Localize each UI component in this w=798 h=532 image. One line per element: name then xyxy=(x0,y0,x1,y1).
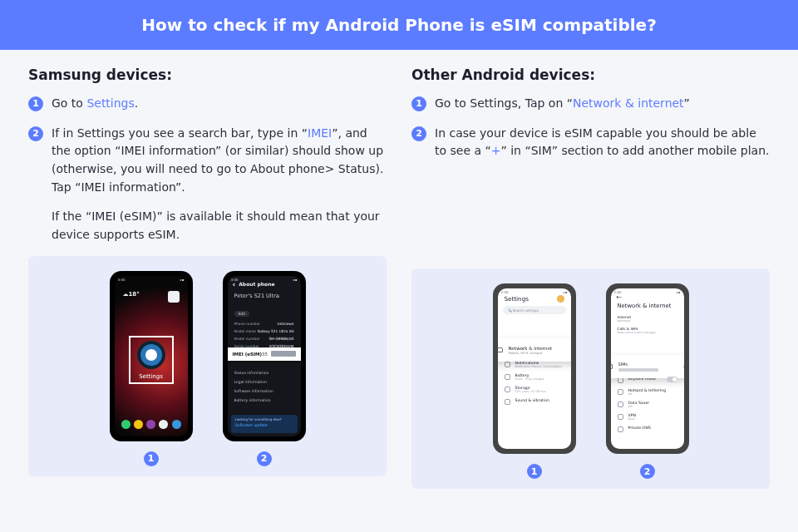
masked-line xyxy=(618,368,658,372)
text: ” in “SIM” section to add another mobile… xyxy=(501,144,770,157)
edit-button: Edit xyxy=(234,311,250,317)
imei-link[interactable]: IMEI xyxy=(308,126,332,140)
network-title: Network & internet xyxy=(611,303,684,313)
caption-badge: 2 xyxy=(257,451,272,466)
toggle xyxy=(667,377,677,382)
storage-icon xyxy=(505,387,510,392)
imei-highlight: IMEI (eSIM) 35 xyxy=(228,347,301,361)
list-item: Storage52% used · 61 GB free xyxy=(498,383,571,396)
screenshot-android-settings: 2:00▸▪ Settings 🔍 Search settings Networ… xyxy=(493,283,576,454)
step-text: Go to Settings, Tap on “Network & intern… xyxy=(435,95,690,113)
text: Go to Settings, Tap on “ xyxy=(435,96,573,110)
calendar-widget xyxy=(168,291,180,303)
list-item: Private DNS xyxy=(611,423,684,435)
statusbar: 2:00▸▪ xyxy=(501,290,568,295)
list-item: Calls & SMSMake calls and send messages xyxy=(611,325,684,337)
text: If in Settings you see a search bar, typ… xyxy=(52,126,308,140)
avatar xyxy=(557,295,564,303)
list-item: Sound & vibration xyxy=(498,396,571,407)
text: . xyxy=(135,96,138,110)
sim-icon xyxy=(611,364,613,369)
other-step-2: 2 In case your device is eSIM capable yo… xyxy=(411,125,770,160)
caption-badge: 1 xyxy=(144,451,159,466)
settings-tile-highlight: Settings xyxy=(129,336,174,384)
step-text: If in Settings you see a search bar, typ… xyxy=(52,125,387,197)
step-text: In case your device is eSIM capable you … xyxy=(435,125,770,160)
device-name: Peter's S21 Ultra xyxy=(228,293,301,303)
list-item: Software information xyxy=(228,387,301,396)
bell-icon xyxy=(505,362,510,367)
caption-badge: 1 xyxy=(527,464,542,479)
wifi-icon xyxy=(498,347,503,352)
page-title: How to check if my Android Phone is eSIM… xyxy=(0,0,798,50)
list-item: Status information xyxy=(228,368,301,377)
step-badge: 2 xyxy=(28,126,43,141)
list-item: Battery100% · Fully charged xyxy=(498,371,571,383)
plus-icon: + xyxy=(682,362,684,371)
list-item: InternetNetfreeGO xyxy=(611,313,684,325)
list-item: Battery information xyxy=(228,396,301,405)
vpn-icon xyxy=(618,414,623,420)
step-text: Go to Settings. xyxy=(52,95,138,113)
other-screenshot-panel: 2:00▸▪ Settings 🔍 Search settings Networ… xyxy=(411,268,770,489)
step-badge: 1 xyxy=(411,96,426,111)
step-badge: 1 xyxy=(28,96,43,111)
samsung-heading: Samsung devices: xyxy=(28,66,387,83)
sims-highlight: SIMs + xyxy=(611,355,684,378)
other-step-1: 1 Go to Settings, Tap on “Network & inte… xyxy=(411,95,770,113)
screenshot-android-network: 2:00▸▪ ← Network & internet InternetNetf… xyxy=(606,283,689,454)
imei-prefix: 35 xyxy=(262,352,268,357)
battery-icon xyxy=(505,374,510,380)
text: Go to xyxy=(52,96,86,110)
list-item: VPNNone xyxy=(611,411,684,423)
statusbar: 2:00▸▪ xyxy=(614,290,681,295)
other-heading: Other Android devices: xyxy=(411,66,770,83)
list-item: Legal information xyxy=(228,377,301,387)
network-internet-highlight: Network & internetMobile, Wi-Fi, hotspot xyxy=(498,338,571,362)
settings-label: Settings xyxy=(131,373,172,380)
settings-title: Settings xyxy=(505,295,529,303)
statusbar: 3:00▸▪ xyxy=(118,278,185,283)
sound-icon xyxy=(505,399,510,405)
other-column: Other Android devices: 1 Go to Settings,… xyxy=(411,66,770,489)
suggestion-card: Looking for something else? Software upd… xyxy=(231,415,298,433)
search-input: 🔍 Search settings xyxy=(503,306,566,314)
screenshot-samsung-about: 3:00▸▪ About phone Peter's S21 Ultra Edi… xyxy=(223,271,306,441)
step-badge: 2 xyxy=(411,126,426,141)
hotspot-icon xyxy=(618,389,623,395)
datasaver-icon xyxy=(618,401,623,407)
network-internet-link[interactable]: Network & internet xyxy=(573,96,684,110)
imei-masked xyxy=(271,351,296,357)
plus-link[interactable]: + xyxy=(491,144,501,157)
text: ” xyxy=(684,96,690,110)
samsung-column: Samsung devices: 1 Go to Settings. 2 If … xyxy=(28,66,387,489)
gear-icon xyxy=(140,344,162,366)
screenshot-samsung-home: 3:00▸▪ ☁18° Settings xyxy=(110,271,193,441)
list-item: Hotspot & tetheringOff xyxy=(611,386,684,398)
list-item: Data SaverOff xyxy=(611,398,684,411)
content-columns: Samsung devices: 1 Go to Settings. 2 If … xyxy=(0,50,798,489)
samsung-step-1: 1 Go to Settings. xyxy=(28,95,387,113)
caption-badge: 2 xyxy=(640,464,655,479)
dock xyxy=(121,420,181,431)
samsung-screenshot-panel: 3:00▸▪ ☁18° Settings xyxy=(28,256,387,476)
samsung-step-2: 2 If in Settings you see a search bar, t… xyxy=(28,125,387,197)
dns-icon xyxy=(618,426,623,432)
airplane-icon xyxy=(618,377,623,383)
weather-widget: ☁18° xyxy=(123,291,140,298)
samsung-step-2-extra: If the “IMEI (eSIM)” is available it sho… xyxy=(52,208,387,244)
settings-link[interactable]: Settings xyxy=(86,96,134,110)
statusbar: 3:00▸▪ xyxy=(231,278,298,283)
